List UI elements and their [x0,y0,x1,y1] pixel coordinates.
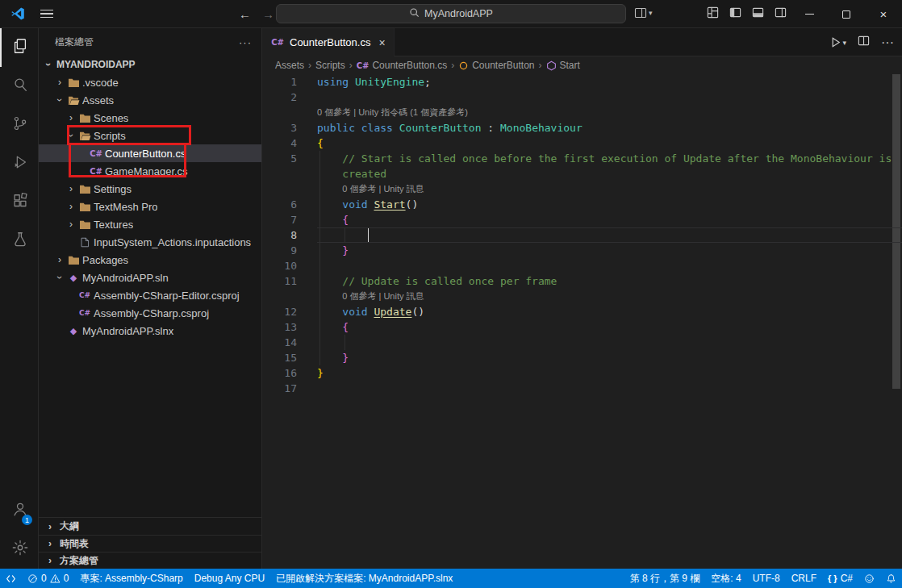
more-actions-icon[interactable]: ··· [881,35,894,50]
code-line-4[interactable]: 4{ [262,136,902,151]
code-editor[interactable]: 1using UnityEngine;20 個參考 | Unity 指令碼 (1… [262,74,902,569]
toggle-panel-icon[interactable] [752,6,764,22]
status-label: Debug Any CPU [194,573,265,584]
status-build-config[interactable]: Debug Any CPU [189,569,270,588]
code-line-15[interactable]: 15 } [262,350,902,365]
status-encoding[interactable]: UTF-8 [747,569,786,588]
code-line-11[interactable]: 11 // Update is called once per frame [262,273,902,289]
toggle-secondary-sidebar-icon[interactable] [775,6,787,22]
tree-item-scenes[interactable]: ›Scenes [39,109,261,127]
breadcrumb-counterbutton[interactable]: CounterButton [458,60,534,71]
file-tree: ›MYANDROIDAPP›.vscode›Assets›Scenes›Scri… [39,56,261,517]
breadcrumb-separator: › [451,60,454,71]
settings-icon [11,539,29,560]
activity-settings[interactable] [0,530,38,569]
nav-forward-icon[interactable]: → [262,7,274,21]
tree-item-textures[interactable]: ›Textures [39,215,261,233]
tree-item-assembly-csharp-editor-csproj[interactable]: C#Assembly-CSharp-Editor.csproj [39,286,261,304]
maximize-button[interactable] [828,0,865,28]
line-number: 4 [262,136,317,151]
tree-item-myandroidapp-slnx[interactable]: ◆MyAndroidAPP.slnx [39,322,261,340]
close-icon[interactable]: × [378,36,385,49]
line-number: 13 [262,319,317,335]
line-number: 17 [262,381,317,396]
customize-layout-icon[interactable] [707,6,719,22]
tree-item-assets[interactable]: ›Assets [39,91,261,109]
run-button[interactable]: ▾ [829,36,846,48]
status-solution[interactable]: 已開啟解決方案檔案: MyAndroidAPP.slnx [270,569,458,588]
tree-item-vscode[interactable]: ›.vscode [39,73,261,91]
code-line-16[interactable]: 16} [262,365,902,381]
code-line-3[interactable]: 3public class CounterButton : MonoBehavi… [262,120,902,136]
code-line-2[interactable]: 2 [262,90,902,105]
breadcrumb-label: Scripts [315,60,345,71]
breadcrumb-counterbutton-cs[interactable]: C#CounterButton.cs [357,60,447,71]
code-line-6[interactable]: 6 void Start() [262,197,902,212]
tree-item-textmesh-pro[interactable]: ›TextMesh Pro [39,198,261,215]
toggle-primary-sidebar-icon[interactable] [729,6,741,22]
menu-hamburger-icon[interactable] [40,10,53,19]
line-number: 6 [262,197,317,212]
breadcrumb-scripts[interactable]: Scripts [315,60,345,71]
status-feedback[interactable] [858,569,880,588]
tree-item-gamemanager-cs[interactable]: C#GameManager.cs [39,162,261,180]
tab-counterbutton-cs[interactable]: C# CounterButton.cs × [262,28,395,56]
tree-item-myandroidapp[interactable]: ›MYANDROIDAPP [39,56,261,73]
breadcrumb-assets[interactable]: Assets [275,60,304,71]
codelens[interactable]: 0 個參考 | Unity 訊息 [262,181,902,197]
minimize-button[interactable] [791,0,828,28]
command-center-search[interactable]: MyAndroidAPP [276,4,626,23]
code-line-1[interactable]: 1using UnityEngine; [262,74,902,90]
code-line-13[interactable]: 13 { [262,319,902,335]
sidebar-section-大綱[interactable]: ›大綱 [39,518,261,535]
status-remote-indicator[interactable] [0,569,22,588]
status-project[interactable]: 專案: Assembly-CSharp [74,569,188,588]
codelens[interactable]: 0 個參考 | Unity 指令碼 (1 個資產參考) [262,105,902,120]
tree-item-packages[interactable]: ›Packages [39,251,261,269]
activity-explorer[interactable] [0,28,38,67]
nav-back-icon[interactable]: ← [239,7,251,21]
status-diagnostics[interactable]: 00 [22,569,74,588]
activity-search[interactable] [0,67,38,106]
code-line-10[interactable]: 10 [262,258,902,273]
csproj-icon: C# [77,291,92,299]
search-icon [11,76,29,97]
tree-item-scripts[interactable]: ›Scripts [39,127,261,144]
activity-testing[interactable] [0,222,38,261]
tree-item-inputsystem-actions-inputactions[interactable]: InputSystem_Actions.inputactions [39,233,261,251]
close-button[interactable]: × [865,0,902,28]
activity-account[interactable]: 1 [0,491,38,530]
code-line-17[interactable]: 17 [262,381,902,396]
code-line-9[interactable]: 9 } [262,243,902,258]
code-line-8[interactable]: 8 [262,227,902,243]
split-editor-icon[interactable] [858,35,870,50]
run-dropdown-icon[interactable]: ▾ [842,39,846,47]
status-eol[interactable]: CRLF [786,569,822,588]
codelens[interactable]: 0 個參考 | Unity 訊息 [262,289,902,304]
activity-source-control[interactable] [0,106,38,144]
code-line-7[interactable]: 7 { [262,212,902,227]
status-language-mode[interactable]: { }C# [822,569,858,588]
tree-item-label: Settings [94,183,132,195]
status-indentation[interactable]: 空格: 4 [705,569,746,588]
more-actions-icon[interactable]: ··· [239,36,252,48]
code-line-14[interactable]: 14 [262,335,902,350]
sidebar-section-時間表[interactable]: ›時間表 [39,535,261,552]
code-line-12[interactable]: 12 void Update() [262,304,902,319]
status-notifications[interactable] [880,569,902,588]
tree-item-myandroidapp-sln[interactable]: ›◆MyAndroidAPP.sln [39,269,261,286]
code-text: public class CounterButton : MonoBehavio… [317,120,902,136]
tree-item-label: Packages [82,254,128,266]
activity-extensions[interactable] [0,183,38,222]
code-line-wrap[interactable]: created [262,166,902,181]
tree-item-assembly-csharp-csproj[interactable]: C#Assembly-CSharp.csproj [39,304,261,322]
tree-item-counterbutton-cs[interactable]: C#CounterButton.cs [39,144,261,162]
layout-dropdown[interactable]: ▾ [634,6,653,19]
sidebar-section-方案總管[interactable]: ›方案總管 [39,552,261,569]
status-cursor-position[interactable]: 第 8 行，第 9 欄 [624,569,706,588]
code-line-5[interactable]: 5 // Start is called once before the fir… [262,151,902,166]
tree-item-settings[interactable]: ›Settings [39,180,261,198]
vscode-logo-icon [10,6,26,22]
breadcrumb-start[interactable]: Start [546,60,580,71]
activity-run-debug[interactable] [0,144,38,183]
